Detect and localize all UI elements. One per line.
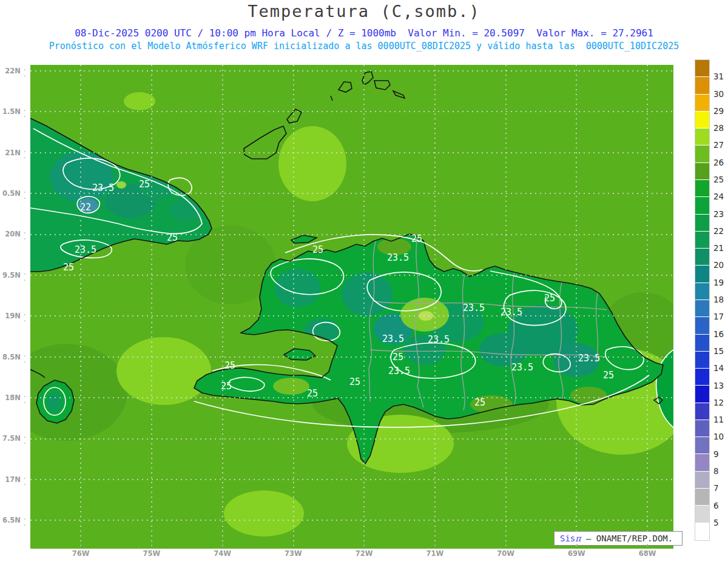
colorbar-tick-label: 13: [713, 381, 724, 390]
colorbar-segment: [695, 163, 709, 180]
x-axis-label: 73W: [285, 549, 302, 558]
contour-value-label: 25: [167, 232, 178, 243]
forecast-map: [30, 65, 673, 549]
colorbar-segment: [695, 403, 709, 420]
colorbar-tick-label: 28: [713, 123, 724, 133]
colorbar-tick-label: 26: [713, 158, 724, 167]
contour-value-label: 23.5: [511, 362, 533, 373]
colorbar-segment: [695, 129, 709, 146]
colorbar-segment: [695, 180, 709, 197]
y-axis-label: 17N: [0, 475, 21, 484]
contour-value-label: 25: [349, 376, 360, 387]
contour-value-label: 23.5: [387, 252, 409, 263]
y-axis-label: 20N: [0, 230, 21, 238]
contour-value-label: 25: [139, 179, 150, 190]
watermark-separator: –: [581, 534, 596, 543]
colorbar-tick-label: 17: [713, 312, 724, 321]
contour-value-label: 25: [603, 370, 614, 381]
colorbar-tick-label: 9: [713, 449, 719, 459]
x-axis-label: 72W: [356, 549, 373, 558]
colorbar-tick-label: 25: [713, 175, 724, 184]
colorbar-segment: [695, 506, 709, 523]
y-axis-label: 1.5N: [0, 107, 21, 116]
colorbar-segment: [695, 523, 709, 540]
x-axis-label: 68W: [639, 549, 656, 558]
contour-value-label: 25: [221, 381, 232, 392]
colorbar-tick-label: 20: [713, 260, 724, 270]
y-axis-label: 6.5N: [0, 516, 21, 524]
page-title: Temperatura (C,somb.): [0, 2, 728, 21]
colorbar-segment: [695, 266, 709, 283]
colorbar-segment: [695, 352, 709, 369]
y-axis-label: 21N: [0, 149, 21, 157]
colorbar-tick-label: 15: [713, 346, 724, 356]
contour-value-label: 23.5: [463, 303, 485, 313]
colorbar-tick-label: 10: [713, 432, 724, 441]
colorbar-tick-label: 14: [713, 363, 724, 373]
colorbar-tick-label: 23: [713, 209, 724, 219]
colorbar-tick-label: 19: [713, 278, 724, 287]
colorbar-tick-label: 31: [713, 72, 724, 81]
contour-value-label: 25: [312, 244, 323, 255]
contour-value-label: 23.5: [578, 353, 600, 364]
colorbar-tick-label: 8: [713, 466, 719, 476]
colorbar-tick-label: 21: [713, 243, 724, 253]
colorbar-segment: [695, 489, 709, 506]
colorbar-tick-label: 18: [713, 295, 724, 304]
colorbar-segment: [695, 249, 709, 266]
contour-value-label: 23.5: [75, 244, 96, 255]
colorbar-segment: [695, 60, 709, 77]
watermark-brand: Sis: [560, 534, 575, 543]
colorbar-segment: [695, 197, 709, 214]
colorbar-tick-label: 12: [713, 398, 724, 407]
colorbar-tick-label: 29: [713, 106, 724, 116]
temperature-colorbar: [695, 59, 710, 541]
weather-map-page: Temperatura (C,somb.) 08-Dic-2025 0200 U…: [0, 0, 728, 562]
contour-value-label: 25: [544, 293, 555, 304]
colorbar-tick-label: 22: [713, 226, 724, 236]
colorbar-tick-label: 5: [713, 518, 719, 527]
colorbar-tick-label: 27: [713, 140, 724, 150]
contour-value-label: 22: [80, 202, 91, 213]
colorbar-segment: [695, 77, 709, 94]
y-axis-label: 22N: [0, 67, 21, 75]
contour-value-label: 23.5: [500, 307, 522, 318]
contour-value-label: 25: [411, 233, 422, 244]
colorbar-segment: [695, 232, 709, 249]
contour-value-label: 25: [63, 262, 74, 273]
pi-logo-icon: π: [575, 534, 581, 543]
colorbar-segment: [695, 300, 709, 317]
x-axis-label: 74W: [214, 549, 231, 558]
colorbar-segment: [695, 420, 709, 437]
colorbar-segment: [695, 454, 709, 471]
contour-value-label: 23.5: [388, 366, 410, 376]
colorbar-tick-label: 30: [713, 89, 724, 99]
x-axis-label: 70W: [497, 549, 514, 558]
colorbar-segment: [695, 369, 709, 386]
y-axis-label: 0.5N: [0, 189, 21, 198]
x-axis-label: 69W: [568, 549, 585, 558]
x-axis-label: 71W: [426, 549, 443, 558]
colorbar-segment: [695, 95, 709, 112]
y-axis-label: 18N: [0, 393, 21, 402]
y-axis-label: 7.5N: [0, 434, 21, 443]
colorbar-segment: [695, 335, 709, 352]
colorbar-segment: [695, 437, 709, 454]
contour-value-label: 25: [224, 360, 235, 371]
colorbar-tick-label: 11: [713, 415, 724, 424]
colorbar-segment: [695, 472, 709, 489]
contour-value-label: 25: [393, 352, 403, 363]
contour-value-label: 25: [474, 397, 485, 408]
colorbar-segment: [695, 215, 709, 232]
colorbar-tick-label: 16: [713, 329, 724, 339]
colorbar-segment: [695, 283, 709, 300]
x-axis-label: 75W: [143, 549, 160, 558]
watermark-org: ONAMET/REP.DOM.: [596, 534, 673, 543]
y-axis-label: 8.5N: [0, 353, 21, 361]
watermark-box: Sisπ – ONAMET/REP.DOM.: [554, 531, 682, 546]
contour-value-label: 23.5: [428, 334, 450, 345]
contour-value-label: 23.5: [382, 333, 404, 344]
colorbar-segment: [695, 146, 709, 162]
x-axis-label: 76W: [72, 549, 90, 558]
subtitle-validtime: 08-Dic-2025 0200 UTC / 10:00 pm Hora Loc…: [0, 27, 728, 39]
